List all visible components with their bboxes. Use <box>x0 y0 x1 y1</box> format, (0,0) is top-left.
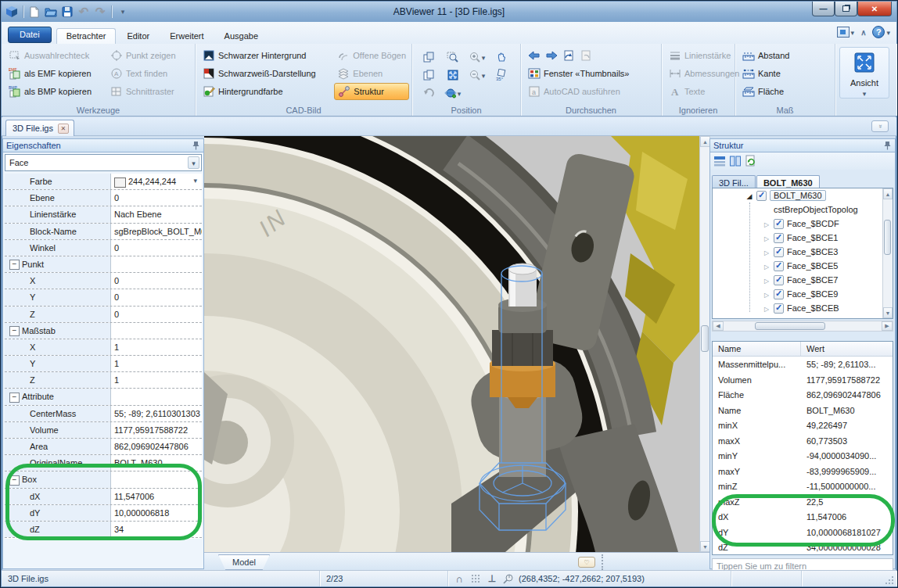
property-row[interactable]: dZ 34 <box>5 522 202 538</box>
expander-icon[interactable] <box>763 247 770 256</box>
hintergrundfarbe-button[interactable]: Hintergrundfarbe <box>199 83 331 99</box>
tree-node-label[interactable]: Face_$BCE3 <box>787 247 838 256</box>
close-document-icon[interactable] <box>58 124 69 134</box>
property-value[interactable]: 10,000006818 <box>111 505 202 521</box>
property-row[interactable]: dY 10,000006818 <box>5 505 202 522</box>
table-row[interactable]: maxZ 22,5 <box>713 494 893 510</box>
undo-icon[interactable]: ↶ <box>77 5 91 19</box>
table-row[interactable]: dZ 34,0000000000028 <box>713 540 893 555</box>
property-row[interactable]: Volume 1177,95917588722 <box>5 422 202 439</box>
tree-node-label[interactable]: Face_$BCE5 <box>787 261 838 271</box>
pin-icon[interactable] <box>883 141 892 150</box>
property-value[interactable]: 0 <box>111 273 202 289</box>
column-wert[interactable]: Wert <box>801 342 824 356</box>
save-icon[interactable] <box>60 5 74 19</box>
abstand-button[interactable]: Abstand <box>739 47 832 63</box>
open-file-icon[interactable] <box>44 5 58 19</box>
expander-icon[interactable] <box>763 233 770 242</box>
property-value[interactable] <box>111 323 202 339</box>
property-value[interactable] <box>111 256 202 272</box>
cursor-mode-icon[interactable] <box>502 572 515 585</box>
zoom-window-button[interactable] <box>444 48 462 65</box>
kante-button[interactable]: Kante <box>739 65 832 81</box>
property-row[interactable]: Box <box>5 471 202 488</box>
tree-node[interactable]: Face_$BCE5 <box>713 259 893 273</box>
property-value[interactable]: Nach Ebene <box>111 206 202 222</box>
table-row[interactable]: minY -94,0000034090... <box>713 448 893 464</box>
expander-icon[interactable] <box>763 261 770 271</box>
tree-node-label[interactable]: BOLT_M630 <box>770 190 826 201</box>
tree-node-label[interactable]: Face_$BCE1 <box>787 233 838 242</box>
tree-node[interactable]: cstBrepObjectTopolog <box>713 203 893 217</box>
help-button[interactable] <box>872 26 890 38</box>
tree-node[interactable]: Face_$BCE3 <box>713 245 893 259</box>
property-row[interactable]: Z 0 <box>5 307 202 323</box>
tab-ausgabe[interactable]: Ausgabe <box>215 29 268 44</box>
table-row[interactable]: Massenmittelpu... 55; -89; 2,61103... <box>713 357 893 372</box>
new-file-icon[interactable] <box>27 5 41 19</box>
copy-as-emf-button[interactable]: EMF als EMF kopieren <box>5 65 104 81</box>
schwarzer-hintergrund-button[interactable]: Schwarzer Hintergrund <box>199 47 331 63</box>
flaeche-button[interactable]: Fläche <box>739 83 832 99</box>
tree-node[interactable]: Face_$BCE1 <box>713 231 893 245</box>
property-row[interactable]: OriginalName BOLT_M630 <box>5 455 202 471</box>
node-checkbox[interactable] <box>774 303 784 314</box>
tree-node[interactable]: Face_$BCE7 <box>713 273 893 287</box>
property-row[interactable]: X 1 <box>5 339 202 356</box>
scroll-right-icon[interactable]: ▶ <box>882 321 893 331</box>
page-back-icon[interactable] <box>562 49 575 62</box>
viewport-vertical-scrollbar[interactable]: ▲ ▼ <box>699 136 709 552</box>
property-value[interactable]: 11,547006 <box>111 489 202 504</box>
rotate-35-button[interactable]: 35° <box>492 66 511 83</box>
tree-node[interactable]: BOLT_M630 <box>713 188 893 203</box>
property-row[interactable]: Z 1 <box>5 372 202 389</box>
refresh-icon[interactable] <box>745 155 757 167</box>
fenster-thumbnails-button[interactable]: Fenster «Thumbnails» <box>525 65 659 81</box>
node-checkbox[interactable] <box>774 247 784 257</box>
scrollbar-thumb[interactable] <box>701 325 709 352</box>
table-row[interactable]: maxY -83,9999965909... <box>713 464 893 479</box>
resize-grip-icon[interactable] <box>885 575 895 585</box>
schwarzweiss-button[interactable]: Schwarzweiß-Darstellung <box>199 65 331 81</box>
expander-icon[interactable] <box>763 303 770 313</box>
tab-betrachter[interactable]: Betrachter <box>56 28 117 44</box>
property-row[interactable]: Winkel 0 <box>5 240 202 256</box>
node-checkbox[interactable] <box>756 191 767 201</box>
property-value[interactable]: 0 <box>111 289 202 305</box>
property-value[interactable]: BOLT_M630 <box>111 455 202 471</box>
property-value[interactable]: 0 <box>111 307 202 322</box>
minimize-button[interactable] <box>812 2 835 16</box>
expander-icon[interactable] <box>745 191 753 200</box>
rotate-pages-button[interactable] <box>419 48 438 65</box>
property-value[interactable]: 55; -89; 2,6110301303 <box>111 406 202 421</box>
property-value[interactable]: 862,096902447806 <box>111 439 202 454</box>
property-row[interactable]: Y 1 <box>5 356 202 372</box>
splitter-handle[interactable] <box>602 554 603 570</box>
scroll-up-icon[interactable]: ▲ <box>883 188 893 199</box>
tree-node-label[interactable]: Face_$BCDF <box>787 219 839 228</box>
viewport-3d[interactable]: IN <box>204 136 699 552</box>
scrollbar-thumb[interactable] <box>755 322 825 330</box>
zoom-out-button[interactable] <box>468 66 487 83</box>
property-row[interactable]: Block-Name sgBrepBlock_BOLT_M6 <box>5 224 202 240</box>
scroll-down-icon[interactable]: ▼ <box>883 307 893 318</box>
window-style-button[interactable] <box>837 27 855 38</box>
node-checkbox[interactable] <box>774 289 784 299</box>
tree-node-label[interactable]: cstBrepObjectTopolog <box>774 205 858 214</box>
node-checkbox[interactable] <box>774 233 784 243</box>
fit-to-window-button[interactable] <box>444 66 462 83</box>
back-arrow-icon[interactable] <box>528 49 541 62</box>
tree-node[interactable]: Face_$BCEB <box>713 301 893 315</box>
tree-node-label[interactable]: Face_$BCEB <box>787 303 839 313</box>
scrollbar-thumb[interactable] <box>884 220 891 255</box>
previous-view-button[interactable] <box>419 84 438 101</box>
tree-vertical-scrollbar[interactable]: ▲ ▼ <box>882 188 893 318</box>
scroll-left-icon[interactable]: ◀ <box>713 321 724 331</box>
property-value[interactable]: 1 <box>111 339 202 355</box>
tab-erweitert[interactable]: Erweitert <box>160 29 213 44</box>
table-row[interactable]: Volumen 1177,95917588722 <box>713 372 893 388</box>
zoom-in-button[interactable] <box>468 48 487 65</box>
copy-as-bmp-button[interactable]: BMP als BMP kopieren <box>5 83 104 99</box>
tree-horizontal-scrollbar[interactable]: ◀ ▶ <box>712 321 893 332</box>
expander-icon[interactable] <box>763 289 770 299</box>
